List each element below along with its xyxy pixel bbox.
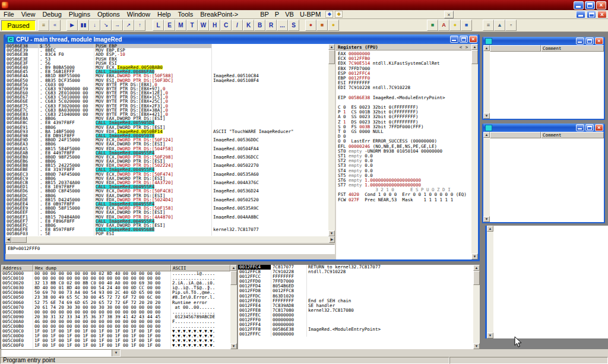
scroll-up-icon[interactable]: ▲ bbox=[328, 44, 335, 50]
disasm-row[interactable]: 00586E9D. 8B0D 24F15000MOV ECX,DWORD PTR… bbox=[5, 138, 328, 142]
scroll-up-icon[interactable]: ▲ bbox=[483, 45, 490, 51]
disasm-row[interactable]: 00586EE4. E8 0B97F8FFCALL ImageRed.00495… bbox=[5, 202, 328, 206]
menu-plugin-vb[interactable]: VB bbox=[282, 10, 297, 18]
scroll-track[interactable] bbox=[487, 232, 493, 333]
debug-options-icon[interactable]: ● bbox=[305, 20, 316, 31]
source-window-button[interactable]: S bbox=[288, 20, 299, 31]
side-window-2-title-bar[interactable]: × bbox=[483, 124, 604, 132]
disasm-row[interactable]: 00586E93. BA 14BF5000MOV EDX,ImageRed.00… bbox=[5, 129, 328, 134]
side-window-2-column-blank[interactable] bbox=[490, 132, 541, 138]
pause-icon[interactable]: ▮▮ bbox=[78, 20, 89, 31]
stack-row[interactable]: 0012FFC87C910228ntdll.7C910228 bbox=[238, 270, 473, 274]
cpu-minimize-button[interactable] bbox=[450, 36, 458, 43]
scroll-down-icon[interactable]: ▼ bbox=[471, 254, 478, 259]
hex-dump-pane[interactable]: Address Hex dump ASCII 005C000000 00 00 … bbox=[1, 265, 230, 349]
disasm-row[interactable]: 00586EAB. E8 4497F8FFCALL ImageRed.00495… bbox=[5, 151, 328, 155]
side2-close-button[interactable]: × bbox=[595, 124, 603, 131]
disasm-row[interactable]: 00586E38$ 55PUSH EBP bbox=[5, 44, 328, 48]
scroll-track[interactable] bbox=[27, 236, 329, 243]
side-window-2-column-comment[interactable]: Comment bbox=[541, 132, 604, 138]
stack-row[interactable]: 0012FFE0FFFFFFFFEnd of SEH chain bbox=[238, 299, 473, 303]
stack-row[interactable]: 0012FFD48054B6ED bbox=[238, 284, 473, 289]
dump-row[interactable]: 005C006052 75 6E 74 69 6D 65 20 65 72 72… bbox=[1, 300, 230, 305]
step-over-icon[interactable]: ↘ bbox=[100, 20, 112, 31]
scroll-right-icon[interactable]: ▶ bbox=[329, 236, 335, 243]
mdi-close-button[interactable]: × bbox=[597, 11, 607, 18]
disasm-row[interactable]: 00586EEF. 8B06MOV EAX,DWORD PTR DS:[ESI] bbox=[5, 210, 328, 214]
references-window-button[interactable]: R bbox=[265, 20, 277, 31]
mdi-minimize-button[interactable] bbox=[576, 11, 585, 18]
run-icon[interactable]: ▶ bbox=[66, 20, 78, 31]
dump-row[interactable]: 005C00F01F 00 1F 00 1F 00 1F 00 1F 00 1F… bbox=[1, 343, 230, 348]
stack-row[interactable]: 0012FFCCFFFFFFFF bbox=[238, 274, 473, 279]
side-window-3-scrollbar[interactable]: ▲ ▼ bbox=[487, 226, 493, 338]
dump-row[interactable]: 005C005023 38 00 49 65 5C 30 00 45 72 72… bbox=[1, 295, 230, 300]
patches-window-button[interactable]: / bbox=[232, 20, 243, 31]
disasm-row[interactable]: 00586E4A. 8B1D 88F55000MOV EBX,DWORD PTR… bbox=[5, 74, 328, 78]
stack-row[interactable]: 0012FFEC00000000 bbox=[238, 313, 473, 318]
disasm-row[interactable]: 00586EC9. 8B06MOV EAX,DWORD PTR DS:[ESI] bbox=[5, 176, 328, 181]
disasm-row[interactable]: 00586E3F. 56PUSH ESI bbox=[5, 61, 328, 65]
scroll-thumb[interactable] bbox=[471, 50, 478, 64]
scroll-track[interactable] bbox=[230, 285, 237, 343]
animate-over-icon[interactable]: ↗ bbox=[123, 20, 134, 31]
executables-window-button[interactable]: E bbox=[164, 20, 175, 31]
disasm-row[interactable]: 00586ED1. E8 1E97F8FFCALL ImageRed.00495… bbox=[5, 185, 328, 189]
disasm-row[interactable]: 00586E59. C683 97000000 00MOV BYTE PTR D… bbox=[5, 87, 328, 91]
disasm-row[interactable]: 00586EE9. 8B0D 58F15000MOV ECX,DWORD PTR… bbox=[5, 206, 328, 210]
menu-window[interactable]: Window bbox=[124, 10, 154, 18]
toolbar-close-button[interactable]: × bbox=[444, 11, 454, 18]
dump-row[interactable]: 005C004050 69 70 00 73 A4 00 54 93 00 2C… bbox=[1, 290, 230, 295]
disasm-row[interactable]: 00586EDE. 8B15 D4245000MOV EDX,DWORD PTR… bbox=[5, 198, 328, 202]
disassembly-hscrollbar[interactable]: ◀ ▶ bbox=[5, 236, 335, 243]
disasm-row[interactable]: 00586E67. C683 C5010000 00MOV BYTE PTR D… bbox=[5, 95, 328, 99]
scroll-thumb[interactable] bbox=[473, 271, 480, 285]
run-trace-window-button[interactable]: ... bbox=[277, 20, 288, 31]
scroll-down-icon[interactable]: ▼ bbox=[230, 343, 237, 349]
scroll-down-icon[interactable]: ▼ bbox=[328, 230, 335, 236]
minimize-button[interactable] bbox=[574, 1, 584, 10]
stack-row[interactable]: 0012FFFC00000000 bbox=[238, 332, 473, 337]
scroll-down-icon[interactable]: ▼ bbox=[483, 113, 490, 119]
stack-pane[interactable]: 0012FFC47C817077RETURN to kernel32.7C817… bbox=[238, 265, 473, 349]
disasm-row[interactable]: 00586EA3. 8B06MOV EAX,DWORD PTR DS:[ESI] bbox=[5, 142, 328, 146]
combobox-dropdown-button[interactable]: ▼ bbox=[112, 350, 120, 356]
step-into-icon[interactable]: ↓ bbox=[89, 20, 100, 31]
registers-next-icon[interactable]: > bbox=[464, 45, 470, 50]
menu-plugin-bp[interactable]: BP bbox=[257, 10, 272, 18]
execute-till-return-icon[interactable]: ↑ bbox=[134, 20, 145, 31]
side-window-1-column-blank[interactable] bbox=[490, 45, 541, 52]
scroll-thumb[interactable] bbox=[328, 50, 335, 64]
register-line[interactable]: EDI 7C910228 ntdll.7C910228 bbox=[338, 86, 470, 90]
scroll-thumb[interactable] bbox=[11, 236, 27, 243]
scroll-track[interactable] bbox=[328, 64, 335, 230]
disasm-row[interactable]: 00586E7C. C683 8A030000 00MOV BYTE PTR D… bbox=[5, 108, 328, 112]
registers-vscrollbar[interactable]: ▲ ▼ bbox=[471, 44, 478, 259]
menu-help[interactable]: Help bbox=[154, 10, 175, 18]
windows-window-button[interactable]: W bbox=[198, 20, 209, 31]
animate-into-icon[interactable]: → bbox=[112, 20, 123, 31]
bookmark-tool-icon[interactable]: ▲ bbox=[494, 20, 505, 31]
disasm-row[interactable]: 00586EC3. 8B0D 74F45000MOV ECX,DWORD PTR… bbox=[5, 172, 328, 176]
side-window-1-content[interactable] bbox=[490, 52, 604, 119]
side2-maximize-button[interactable] bbox=[585, 124, 594, 131]
menu-plugin-p[interactable]: P bbox=[272, 10, 282, 18]
side-window-1-scrollbar[interactable]: ▲ ▼ bbox=[483, 45, 490, 119]
menu-breakpoint[interactable]: BreakPoint-> bbox=[197, 10, 242, 18]
disasm-row[interactable]: 00586E75. C683 F3020000 00MOV BYTE PTR D… bbox=[5, 104, 328, 108]
disasm-row[interactable]: 00586EF1. 8B15 70484A00MOV EDX,DWORD PTR… bbox=[5, 215, 328, 219]
scroll-up-icon[interactable]: ▲ bbox=[487, 226, 493, 232]
disassembly-vscrollbar[interactable]: ▲ ▼ bbox=[328, 44, 335, 236]
window-list-icon[interactable]: ▫ bbox=[505, 20, 517, 31]
dump-row[interactable]: 005C000000 00 00 00 00 00 00 00 02 8D 40… bbox=[1, 271, 230, 276]
disasm-row[interactable]: 00586ECB. 8B15 20374A00MOV EDX,DWORD PTR… bbox=[5, 181, 328, 185]
cpu-maximize-button[interactable] bbox=[460, 36, 468, 43]
log-window-button[interactable]: L bbox=[153, 20, 164, 31]
menu-view[interactable]: View bbox=[18, 10, 39, 18]
scroll-track[interactable] bbox=[483, 138, 490, 216]
registers-prev-icon[interactable]: < bbox=[458, 45, 464, 50]
scroll-down-icon[interactable]: ▼ bbox=[487, 333, 493, 338]
cpu-window-button[interactable]: C bbox=[220, 20, 232, 31]
info-pane[interactable]: EBP=0012FFF0 bbox=[5, 244, 335, 254]
disasm-row[interactable]: 00586E91. 8B06MOV EAX,DWORD PTR DS:[ESI] bbox=[5, 125, 328, 129]
